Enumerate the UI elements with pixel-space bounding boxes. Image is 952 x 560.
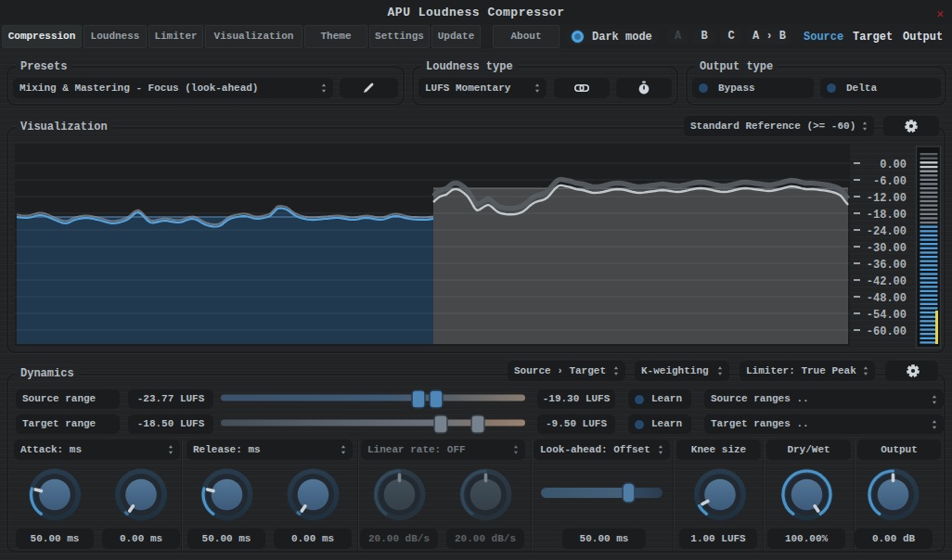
svg-text:-48.00: -48.00 — [867, 292, 907, 305]
svg-text:-60.00: -60.00 — [867, 325, 907, 338]
svg-text:-36.00: -36.00 — [867, 259, 907, 272]
svg-text:-54.00: -54.00 — [867, 309, 907, 322]
svg-text:-42.00: -42.00 — [867, 275, 907, 288]
svg-text:-12.00: -12.00 — [867, 192, 907, 205]
svg-text:-18.00: -18.00 — [867, 209, 907, 222]
svg-text:-24.00: -24.00 — [867, 225, 907, 238]
svg-text:0.00: 0.00 — [880, 159, 907, 172]
svg-text:-6.00: -6.00 — [873, 175, 907, 188]
svg-text:-30.00: -30.00 — [867, 242, 907, 255]
